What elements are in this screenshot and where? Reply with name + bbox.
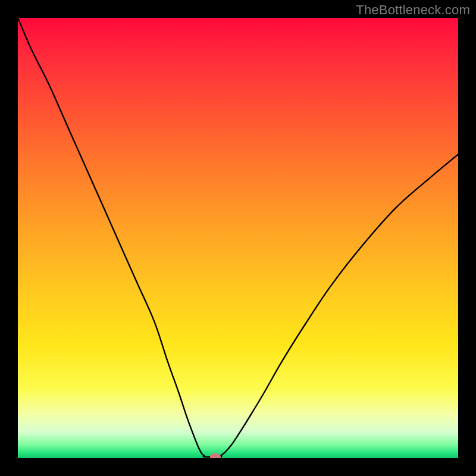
- chart-frame: TheBottleneck.com: [0, 0, 476, 476]
- bottleneck-curve: [18, 18, 458, 458]
- min-marker: [210, 453, 221, 458]
- watermark-text: TheBottleneck.com: [356, 2, 470, 18]
- plot-area: [18, 18, 458, 458]
